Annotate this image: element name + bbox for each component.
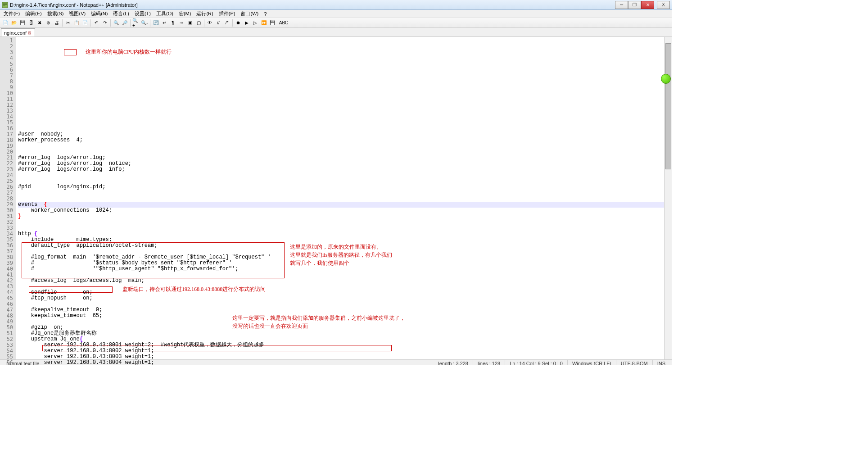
comment-icon[interactable]: //: [214, 19, 222, 27]
redo-icon[interactable]: ↷: [101, 19, 109, 27]
code-line[interactable]: [18, 149, 670, 155]
code-line[interactable]: [18, 178, 670, 184]
code-line[interactable]: http {: [18, 231, 670, 237]
menu-v[interactable]: 视图(V): [66, 10, 88, 18]
code-line[interactable]: worker_connections 1024;: [18, 208, 670, 213]
tab-label: nginx.conf: [4, 30, 27, 36]
zoom-out-icon[interactable]: 🔍-: [140, 19, 149, 27]
close-all-icon[interactable]: ⊗: [44, 19, 52, 27]
tab-bar: nginx.conf ⊠: [0, 28, 672, 37]
code-line[interactable]: [18, 196, 670, 202]
cut-icon[interactable]: ✂: [64, 19, 72, 27]
maximize-button[interactable]: ❐: [628, 1, 641, 9]
close-icon[interactable]: ✖: [36, 19, 44, 27]
code-line[interactable]: [18, 219, 670, 225]
code-line[interactable]: #user nobody;: [18, 132, 670, 137]
menu-r[interactable]: 运行(R): [194, 10, 216, 18]
find-icon[interactable]: 🔍: [112, 19, 120, 27]
menu-e[interactable]: 编辑(E): [23, 10, 45, 18]
titlebar: D:\nginx-1.4.7\conf\nginx.conf - Notepad…: [0, 0, 672, 10]
tab-close-icon[interactable]: ⊠: [27, 31, 32, 35]
editor[interactable]: 1234567891011121314151617181920212223242…: [0, 37, 672, 359]
window-title: D:\nginx-1.4.7\conf\nginx.conf - Notepad…: [10, 2, 615, 8]
hidden-icon[interactable]: 👁: [206, 19, 214, 27]
undo-icon[interactable]: ↶: [92, 19, 100, 27]
file-tab[interactable]: nginx.conf ⊠: [1, 28, 35, 36]
code-line[interactable]: sendfile on;: [18, 290, 670, 295]
menu-t[interactable]: 设置(T): [132, 10, 154, 18]
toolbar: 📄📂💾🗄✖⊗🖨✂📋📄↶↷🔍🔎🔍+🔍-🔄↩¶⇥▣▢👁///*⏺▶▷⏩💾ABC: [0, 18, 672, 28]
code-line[interactable]: keepalive_timeout 65;: [18, 313, 670, 319]
wrap-icon[interactable]: ↩: [160, 19, 168, 27]
code-line[interactable]: #Jq_one是服务器集群名称: [18, 331, 670, 336]
code-line[interactable]: [18, 301, 670, 307]
menu-s[interactable]: 搜索(S): [45, 10, 67, 18]
code-line[interactable]: #gzip on;: [18, 325, 670, 331]
all-chars-icon[interactable]: ¶: [169, 19, 177, 27]
code-line[interactable]: [18, 284, 670, 290]
spellcheck-icon[interactable]: ABC: [280, 19, 288, 27]
menu-[interactable]: ?: [261, 11, 269, 17]
sync-icon[interactable]: 🔄: [152, 19, 160, 27]
code-line[interactable]: [18, 190, 670, 196]
uncomment-icon[interactable]: /*: [223, 19, 231, 27]
menu-o[interactable]: 工具(O): [154, 10, 176, 18]
code-line[interactable]: #pid logs/nginx.pid;: [18, 184, 670, 190]
code-line[interactable]: events {: [18, 202, 670, 208]
unfold-icon[interactable]: ▢: [194, 19, 203, 27]
zoom-in-icon[interactable]: 🔍+: [132, 19, 140, 27]
secondary-close-button[interactable]: X: [657, 1, 670, 9]
replace-icon[interactable]: 🔎: [121, 19, 129, 27]
code-line[interactable]: [18, 143, 670, 149]
menubar: 文件(F)编辑(E)搜索(S)视图(V)编码(N)语言(L)设置(T)工具(O)…: [0, 10, 672, 18]
rec-icon[interactable]: ⏺: [234, 19, 242, 27]
menu-l[interactable]: 语言(L): [110, 10, 131, 18]
code-line[interactable]: [18, 319, 670, 325]
play1-icon[interactable]: ▷: [251, 19, 259, 27]
highlight-box-cpu: [64, 49, 77, 55]
code-line[interactable]: #tcp_nopush on;: [18, 295, 670, 301]
save-macro-icon[interactable]: 💾: [268, 19, 276, 27]
fold-icon[interactable]: ▣: [186, 19, 194, 27]
menu-p[interactable]: 插件(P): [216, 10, 238, 18]
code-line[interactable]: }: [18, 213, 670, 219]
code-line[interactable]: default_type application/octet-stream;: [18, 243, 670, 249]
code-line[interactable]: # '"$http_user_agent" "$http_x_forwarded…: [18, 266, 670, 272]
menu-m[interactable]: 宏(M): [176, 10, 194, 18]
code-area[interactable]: 这里和你的电脑CPU内核数一样就行 这里是添加的，原来的文件里面没有。 这里就是…: [16, 37, 672, 359]
code-line[interactable]: #error_log logs/error.log info;: [18, 167, 670, 172]
print-icon[interactable]: 🖨: [53, 19, 61, 27]
app-icon: [2, 2, 8, 8]
menu-w[interactable]: 窗口(W): [238, 10, 261, 18]
play-multi-icon[interactable]: ⏩: [260, 19, 268, 27]
code-line[interactable]: server 192.168.0.43:8004 weight=1;: [18, 360, 670, 365]
code-line[interactable]: [18, 172, 670, 178]
paste-icon[interactable]: 📄: [81, 19, 89, 27]
indent-icon[interactable]: ⇥: [177, 19, 185, 27]
open-icon[interactable]: 📂: [10, 19, 18, 27]
code-line[interactable]: #access_log logs/access.log main;: [18, 278, 670, 284]
menu-n[interactable]: 编码(N): [88, 10, 110, 18]
line-gutter: 1234567891011121314151617181920212223242…: [0, 37, 16, 359]
play-icon[interactable]: ▶: [243, 19, 251, 27]
new-icon[interactable]: 📄: [1, 19, 9, 27]
minimize-button[interactable]: ─: [615, 1, 628, 9]
save-all-icon[interactable]: 🗄: [27, 19, 35, 27]
close-button[interactable]: ✕: [641, 1, 654, 9]
code-line[interactable]: [18, 126, 670, 132]
doc-badge-icon: [661, 74, 671, 84]
menu-f[interactable]: 文件(F): [1, 10, 23, 18]
copy-icon[interactable]: 📋: [72, 19, 81, 27]
code-line[interactable]: [18, 225, 670, 231]
vertical-scrollbar[interactable]: [664, 37, 672, 359]
save-icon[interactable]: 💾: [18, 19, 27, 27]
scrollbar-thumb[interactable]: [665, 43, 671, 169]
code-line[interactable]: #keepalive_timeout 0;: [18, 307, 670, 313]
annotation-cpu: 这里和你的电脑CPU内核数一样就行: [86, 49, 172, 55]
code-line[interactable]: worker_processes 4;: [18, 137, 670, 143]
